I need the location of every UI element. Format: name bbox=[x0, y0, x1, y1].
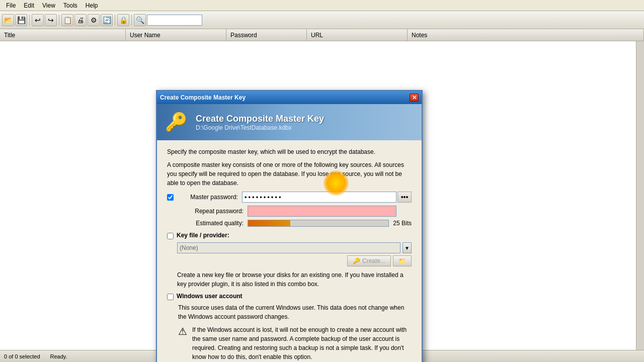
selection-status: 0 of 0 selected bbox=[4, 353, 40, 359]
windows-account-section: Windows user account This source uses da… bbox=[167, 293, 412, 362]
toolbar-sync-btn[interactable]: 🔄 bbox=[101, 14, 113, 26]
master-password-row: Master password: ••• bbox=[167, 192, 412, 203]
menu-tools[interactable]: Tools bbox=[59, 1, 82, 10]
col-username: User Name bbox=[126, 29, 226, 41]
column-headers: Title User Name Password URL Notes bbox=[0, 29, 644, 41]
description-1: Specify the composite master key, which … bbox=[167, 147, 412, 156]
repeat-password-label: Repeat password: bbox=[182, 208, 248, 215]
toolbar-open-btn[interactable]: 📂 bbox=[2, 14, 14, 26]
key-icon: 🔑 bbox=[165, 112, 188, 133]
quality-bar bbox=[248, 220, 389, 227]
quality-row: Estimated quality: 25 Bits bbox=[167, 220, 412, 227]
master-password-checkbox[interactable] bbox=[167, 194, 174, 201]
menu-edit[interactable]: Edit bbox=[20, 1, 38, 10]
toolbar-back-btn[interactable]: ↩ bbox=[32, 14, 44, 26]
dialog-header: 🔑 Create Composite Master Key D:\Google … bbox=[157, 104, 422, 140]
dialog-body: Specify the composite master key, which … bbox=[157, 140, 422, 362]
search-input[interactable] bbox=[147, 15, 202, 26]
windows-account-label: Windows user account bbox=[177, 293, 243, 300]
col-url: URL bbox=[307, 29, 408, 41]
repeat-password-row: Repeat password: bbox=[167, 206, 412, 217]
dialog-header-text: Create Composite Master Key D:\Google Dr… bbox=[196, 114, 324, 131]
toolbar-search-btn[interactable]: 🔍 bbox=[134, 14, 146, 26]
key-file-row: Key file / provider: bbox=[167, 232, 412, 239]
key-file-buttons: 🔑 Create... 📁 bbox=[177, 255, 412, 266]
col-notes: Notes bbox=[408, 29, 644, 41]
toolbar-print-btn[interactable]: 🖨 bbox=[74, 14, 87, 26]
menu-help[interactable]: Help bbox=[82, 1, 102, 10]
key-file-info-text: Create a new key file or browse your dis… bbox=[177, 270, 412, 289]
toolbar-save-btn[interactable]: 💾 bbox=[15, 14, 27, 26]
create-master-key-dialog: Create Composite Master Key ✕ 🔑 Create C… bbox=[156, 90, 423, 362]
warning-box: ⚠ If the Windows account is lost, it wil… bbox=[178, 325, 412, 362]
dialog-header-title: Create Composite Master Key bbox=[196, 114, 324, 124]
toolbar-sep3 bbox=[115, 15, 115, 26]
quality-bar-fill bbox=[248, 220, 290, 226]
browse-key-file-button[interactable]: 📁 bbox=[393, 255, 412, 266]
warning-text: If the Windows account is lost, it will … bbox=[192, 325, 412, 361]
app-window: File Edit View Tools Help 📂 💾 ↩ ↪ 📋 🖨 ⚙ … bbox=[0, 0, 644, 362]
master-password-label: Master password: bbox=[177, 194, 242, 201]
dialog-title-bar: Create Composite Master Key ✕ bbox=[157, 91, 422, 104]
key-file-combo-input[interactable] bbox=[177, 242, 400, 253]
col-title: Title bbox=[0, 29, 126, 41]
key-file-combo-row: ▼ bbox=[177, 242, 412, 253]
windows-account-checkbox[interactable] bbox=[167, 294, 174, 300]
menu-view[interactable]: View bbox=[38, 1, 59, 10]
col-password: Password bbox=[226, 29, 307, 41]
toolbar-sep4 bbox=[131, 15, 132, 26]
dialog-close-button[interactable]: ✕ bbox=[410, 94, 419, 102]
toolbar-settings-btn[interactable]: ⚙ bbox=[88, 14, 100, 26]
scrollbar[interactable] bbox=[636, 41, 644, 350]
menu-bar: File Edit View Tools Help bbox=[0, 0, 644, 11]
toolbar-lock-btn[interactable]: 🔒 bbox=[117, 14, 129, 26]
dialog-header-subtitle: D:\Google Drive\TestDatabase.kdbx bbox=[196, 124, 324, 131]
menu-file[interactable]: File bbox=[2, 1, 20, 10]
toolbar-sep1 bbox=[29, 15, 30, 26]
master-password-input[interactable] bbox=[242, 192, 396, 203]
key-file-combo-arrow[interactable]: ▼ bbox=[403, 242, 412, 253]
main-content: Create Composite Master Key ✕ 🔑 Create C… bbox=[0, 41, 644, 350]
windows-account-description: This source uses data of the current Win… bbox=[178, 303, 412, 321]
key-file-icon: 🔑 bbox=[353, 257, 360, 264]
toolbar-sep2 bbox=[59, 15, 59, 26]
key-file-label: Key file / provider: bbox=[177, 232, 229, 239]
quality-label: Estimated quality: bbox=[182, 220, 248, 227]
description-2: A composite master key consists of one o… bbox=[167, 160, 412, 188]
key-file-checkbox[interactable] bbox=[167, 233, 174, 239]
dialog-title: Create Composite Master Key bbox=[160, 94, 246, 101]
ready-status: Ready. bbox=[50, 353, 67, 359]
windows-account-checkbox-row: Windows user account bbox=[167, 293, 412, 300]
peek-password-button[interactable]: ••• bbox=[397, 192, 412, 203]
toolbar: 📂 💾 ↩ ↪ 📋 🖨 ⚙ 🔄 🔒 🔍 bbox=[0, 11, 644, 29]
warning-icon: ⚠ bbox=[178, 325, 188, 337]
toolbar-fwd-btn[interactable]: ↪ bbox=[45, 14, 57, 26]
repeat-password-input[interactable] bbox=[248, 206, 396, 217]
create-key-file-button[interactable]: 🔑 Create... bbox=[347, 255, 391, 266]
quality-bits: 25 Bits bbox=[393, 220, 412, 227]
toolbar-copy-btn[interactable]: 📋 bbox=[61, 14, 73, 26]
